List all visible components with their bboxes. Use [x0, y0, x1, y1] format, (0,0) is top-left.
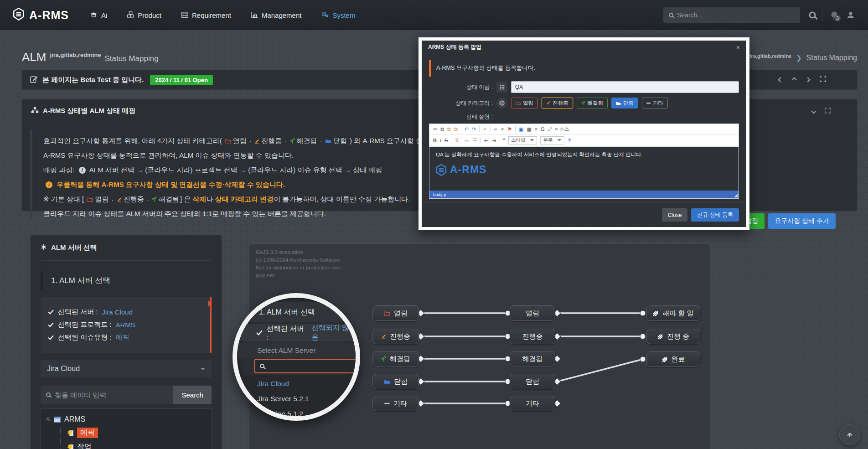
folder-open-icon	[384, 311, 390, 316]
grid-dots-icon[interactable]	[496, 82, 507, 93]
jira-arrows-icon	[662, 356, 668, 362]
alm-server-panel-header: ALM 서버 선택	[41, 235, 212, 261]
remove-format-icon[interactable]: T̸	[455, 138, 458, 143]
category-node-etc[interactable]: 기타	[372, 396, 419, 411]
open-date-badge: 2024 / 11 / 01 Open	[150, 75, 213, 85]
category-open-button[interactable]: 열림	[511, 98, 538, 108]
panel-collapse-icon[interactable]	[811, 108, 816, 114]
add-status-button[interactable]: 요구사항 상태 추가	[768, 213, 836, 229]
menu-item-system[interactable]: System	[321, 11, 355, 19]
anchor-flag-icon[interactable]: ⚑	[507, 126, 512, 132]
omega-icon[interactable]: Ω	[541, 126, 544, 132]
paste-text-icon[interactable]: ⧉	[454, 126, 458, 132]
menu-item-ai[interactable]: Ai	[90, 11, 107, 19]
bullet-list-icon[interactable]: ☰	[473, 138, 477, 143]
menu-item-requirement[interactable]: Requirement	[181, 11, 231, 19]
top-navbar: A-RMS Ai Product Requirement Management …	[0, 0, 868, 30]
search-input[interactable]	[677, 11, 795, 19]
status-node-etc[interactable]: 기타	[510, 396, 555, 411]
chevron-right-icon: ❯	[796, 54, 802, 62]
maximize-icon[interactable]: ⤢	[548, 126, 552, 132]
status-name-input[interactable]	[511, 81, 739, 93]
panel-expand-icon[interactable]	[825, 107, 831, 115]
scroll-to-top-button[interactable]	[839, 424, 860, 445]
tree-search-button[interactable]: Search	[173, 386, 212, 404]
numbered-list-icon[interactable]: ≔	[465, 138, 470, 143]
menu-label: Management	[262, 11, 302, 19]
category-progress-button[interactable]: 진행중	[542, 98, 573, 108]
ellipsis-icon	[384, 403, 390, 404]
bar-chart-icon	[251, 11, 258, 19]
indent-icon[interactable]: ⇥	[491, 138, 496, 143]
status-node-resolved[interactable]: 해결됨	[510, 351, 555, 366]
search-submit-icon[interactable]	[809, 12, 816, 19]
outdent-icon[interactable]: ⇤	[484, 138, 488, 143]
user-icon[interactable]	[846, 10, 855, 20]
collapse-left-icon[interactable]	[778, 77, 783, 82]
paste-icon[interactable]: ⧉	[447, 126, 451, 132]
category-node-closed[interactable]: 닫힘	[372, 374, 419, 389]
server-dropdown[interactable]: Jira Cloud	[41, 360, 212, 377]
tree-item-epic[interactable]: 에픽	[67, 428, 206, 438]
tree-item-task[interactable]: 작업	[67, 442, 206, 449]
status-node-open[interactable]: 열림	[510, 305, 555, 321]
category-node-progress[interactable]: 진행중	[372, 329, 419, 344]
jira-node-done[interactable]: 완료	[646, 351, 700, 367]
menu-item-management[interactable]: Management	[251, 11, 302, 19]
menu-item-product[interactable]: Product	[127, 11, 161, 19]
tree-root-label: ARMS	[64, 415, 85, 423]
loupe-selected-server: 선택된 서버 :선택되지 않음	[237, 324, 356, 341]
option-jira-server[interactable]: Jira Server 5.2.1	[257, 395, 356, 403]
notifications-icon[interactable]: 3	[830, 10, 839, 20]
rich-text-editor: ✂ ⧉ ⧉ ⧉ ↶ ↷ ✓ ∞ ∝ ⚑ ▣ ▦ ≡ Ω ⤢ ⌗ 소스	[429, 124, 739, 199]
source-button[interactable]: ⌗ 소스	[555, 126, 569, 132]
collapse-up-icon[interactable]	[791, 77, 796, 82]
redo-icon[interactable]: ↷	[472, 126, 476, 132]
jira-node-inprogress[interactable]: 진행 중	[646, 329, 700, 344]
blockquote-icon[interactable]: ”	[502, 138, 505, 143]
brand-logo[interactable]: A-RMS	[13, 8, 69, 22]
format-select[interactable]: 본문	[540, 136, 564, 145]
tree-root-arms[interactable]: ARMS	[46, 415, 206, 423]
gears-icon	[321, 11, 329, 19]
hr-icon[interactable]: ≡	[535, 126, 537, 132]
jira-node-todo[interactable]: 해야 할 일	[646, 305, 700, 321]
category-etc-button[interactable]: 기타	[642, 98, 668, 108]
category-node-open[interactable]: 열림	[372, 305, 419, 321]
link-icon[interactable]: ∞	[494, 126, 497, 132]
category-resolved-button[interactable]: 해결됨	[577, 98, 608, 108]
modal-submit-button[interactable]: 신규 상태 등록	[691, 208, 739, 222]
style-select[interactable]: 스타일	[508, 136, 537, 145]
fullscreen-icon[interactable]	[820, 76, 826, 84]
option-jira-cloud[interactable]: Jira Cloud	[257, 380, 356, 388]
modal-title: ARMS 상태 등록 팝업	[428, 43, 481, 51]
loupe-search-input[interactable]	[254, 359, 360, 373]
loupe-server-dropdown[interactable]: Select ALM Server	[237, 343, 356, 358]
tree-collapse-icon	[46, 418, 50, 421]
bold-icon[interactable]: B	[433, 138, 437, 143]
unlink-icon[interactable]: ∝	[501, 126, 504, 132]
menu-label: Product	[138, 11, 161, 19]
collapse-right-icon[interactable]	[805, 77, 810, 82]
image-icon[interactable]: ▣	[519, 126, 523, 132]
modal-close-button[interactable]: Close	[662, 208, 688, 222]
italic-icon[interactable]: I	[440, 138, 441, 143]
undo-icon[interactable]: ↶	[465, 126, 469, 132]
graduation-cap-icon	[90, 11, 98, 19]
editor-content[interactable]: QA 는 정확하게 요구사항을 수용하여 서비스에 반영되었는지 확인하는 최종…	[429, 147, 739, 191]
status-node-closed[interactable]: 닫힘	[510, 374, 555, 389]
category-node-resolved[interactable]: 해결됨	[372, 351, 419, 366]
help-icon[interactable]: ?	[568, 138, 571, 143]
sprout-icon	[381, 356, 386, 362]
tree-search-input[interactable]	[55, 391, 168, 399]
close-icon[interactable]: ×	[736, 44, 740, 51]
cut-icon[interactable]: ✂	[433, 126, 437, 132]
copy-icon[interactable]: ⧉	[440, 126, 444, 132]
check-icon	[48, 335, 54, 340]
category-closed-button[interactable]: 닫힘	[611, 98, 638, 108]
spellcheck-icon[interactable]: ✓	[483, 126, 487, 132]
status-node-progress[interactable]: 진행중	[510, 329, 555, 344]
selected-server: 선택된 서버 :Jira Cloud	[48, 308, 203, 316]
strike-icon[interactable]: S	[444, 138, 448, 143]
table-icon[interactable]: ▦	[527, 126, 531, 132]
